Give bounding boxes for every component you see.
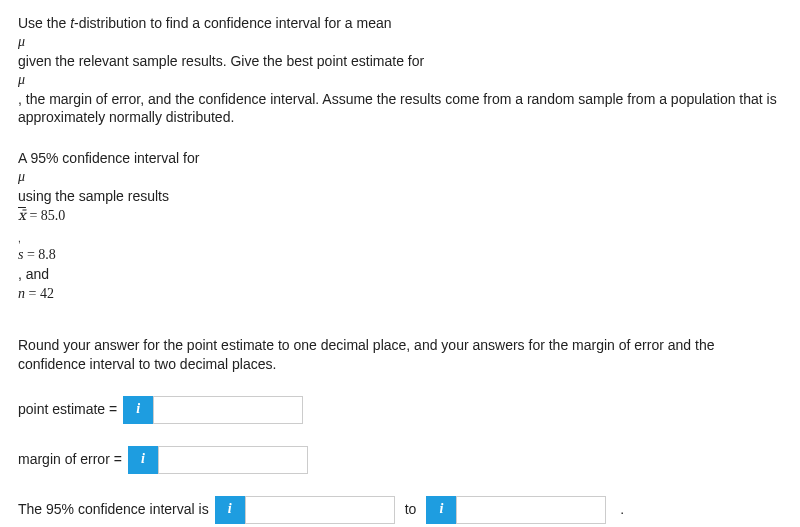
period-label: . <box>620 500 624 519</box>
info-icon[interactable]: i <box>426 496 456 524</box>
ci-upper-input[interactable] <box>456 496 606 524</box>
mu-symbol-1: μ <box>18 33 782 52</box>
s-value: = 8.8 <box>23 247 55 262</box>
intro-line-2: given the relevant sample results. Give … <box>18 52 782 71</box>
using-text: using the sample results <box>18 187 782 206</box>
xbar-symbol: x̄ <box>18 208 26 223</box>
info-icon[interactable]: i <box>128 446 158 474</box>
to-label: to <box>405 500 417 519</box>
info-glyph: i <box>439 500 443 519</box>
comma-line: , <box>18 232 782 246</box>
info-glyph: i <box>228 500 232 519</box>
intro-text-a: Use the <box>18 15 70 31</box>
rounding-instructions: Round your answer for the point estimate… <box>18 336 782 374</box>
info-glyph: i <box>136 400 140 419</box>
ci-prefix-label: The 95% confidence interval is <box>18 500 209 519</box>
xbar-line: x̄ = 85.0 <box>18 206 782 226</box>
s-line: s = 8.8 <box>18 245 782 265</box>
intro-line-3: , the margin of error, and the confidenc… <box>18 90 782 128</box>
margin-error-label: margin of error = <box>18 450 122 469</box>
info-glyph: i <box>141 450 145 469</box>
intro-text-b: -distribution to find a confidence inter… <box>74 15 392 31</box>
info-icon[interactable]: i <box>215 496 245 524</box>
point-estimate-input[interactable] <box>153 396 303 424</box>
and-text: , and <box>18 265 782 284</box>
n-line: n = 42 <box>18 284 782 304</box>
n-symbol: n <box>18 286 25 301</box>
info-icon[interactable]: i <box>123 396 153 424</box>
ci-lower-input[interactable] <box>245 496 395 524</box>
margin-error-input[interactable] <box>158 446 308 474</box>
n-value: = 42 <box>25 286 54 301</box>
confidence-interval-row: The 95% confidence interval is i to i . <box>18 496 782 524</box>
point-estimate-label: point estimate = <box>18 400 117 419</box>
point-estimate-row: point estimate = i <box>18 396 782 424</box>
margin-error-row: margin of error = i <box>18 446 782 474</box>
ci-heading: A 95% confidence interval for <box>18 149 782 168</box>
xbar-value: = 85.0 <box>26 208 65 223</box>
mu-symbol-3: μ <box>18 168 782 187</box>
intro-line-1: Use the t-distribution to find a confide… <box>18 14 782 33</box>
mu-symbol-2: μ <box>18 71 782 90</box>
